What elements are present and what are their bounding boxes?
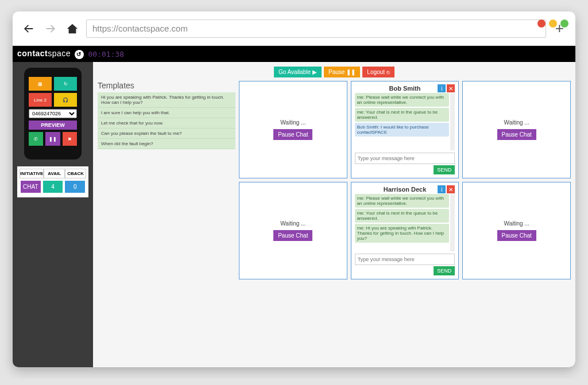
- chat-contact-name: Bob Smith: [389, 85, 420, 92]
- send-button[interactable]: SEND: [434, 165, 455, 174]
- pause-chat-button[interactable]: Pause Chat: [497, 230, 536, 241]
- logo-part-b: space: [48, 49, 71, 58]
- close-icon[interactable]: ✕: [447, 185, 455, 193]
- template-item[interactable]: Hi you are speaking with Patrick. Thanks…: [98, 92, 235, 108]
- brand-logo: contactspace ↺: [17, 49, 84, 59]
- pause-chat-button[interactable]: Pause Chat: [497, 129, 536, 140]
- stats-header-initiative: INITIATIVE: [20, 169, 44, 178]
- go-available-button[interactable]: Go Available ▶: [274, 67, 322, 77]
- stats-header-avail: AVAIL: [44, 169, 65, 178]
- chat-text-input[interactable]: [355, 254, 455, 265]
- template-item[interactable]: Can you please explain the fault to me?: [98, 129, 235, 139]
- browser-window: https://contactspace.com + contactspace …: [13, 11, 575, 367]
- pause-icon[interactable]: ❚❚: [45, 132, 60, 146]
- chat-slot-active: Harrison Decki✕me: Please wait while we …: [351, 182, 459, 279]
- softphone-widget: ▦ ↻ Line 2 🎧 0469247026 PREVIEW ✆ ❚❚ ✖: [24, 68, 82, 160]
- chat-grid: Waiting ...Pause ChatBob Smithi✕me: Plea…: [239, 81, 571, 279]
- waiting-label: Waiting ...: [280, 220, 305, 227]
- info-icon[interactable]: i: [438, 84, 446, 92]
- chat-slot-waiting: Waiting ...Pause Chat: [239, 182, 347, 279]
- chat-messages[interactable]: me: Please wait while we connect you wit…: [355, 194, 455, 251]
- refresh-icon[interactable]: ↻: [54, 77, 77, 91]
- message-outgoing: me: Please wait while we connect you wit…: [355, 93, 450, 107]
- waiting-label: Waiting ...: [504, 220, 529, 227]
- message-outgoing: me: Please wait while we connect you wit…: [355, 194, 450, 208]
- close-icon[interactable]: ✕: [447, 84, 455, 92]
- message-outgoing: me: Hi you are speaking with Patrick. Th…: [355, 224, 450, 243]
- call-icon[interactable]: ✆: [29, 132, 43, 146]
- sidebar: ▦ ↻ Line 2 🎧 0469247026 PREVIEW ✆ ❚❚ ✖: [13, 62, 93, 367]
- message-incoming: Bob Smith: I would like to purchase cont…: [355, 123, 450, 137]
- chat-slot-waiting: Waiting ...Pause Chat: [462, 182, 571, 279]
- template-item[interactable]: When did the fault begin?: [98, 139, 235, 149]
- chat-slot-waiting: Waiting ...Pause Chat: [462, 81, 571, 178]
- maximize-window-icon[interactable]: [560, 20, 568, 28]
- phone-number-select[interactable]: 0469247026: [29, 109, 77, 118]
- chat-messages[interactable]: me: Please wait while we connect you wit…: [355, 93, 455, 150]
- app-header: contactspace ↺ 00:01:38: [13, 46, 575, 62]
- stat-cback[interactable]: 0: [65, 181, 85, 193]
- info-icon[interactable]: i: [438, 185, 446, 193]
- waiting-label: Waiting ...: [280, 119, 305, 126]
- logout-button[interactable]: Logout ⎋: [362, 67, 394, 77]
- template-item[interactable]: Let me check that for you now.: [98, 118, 235, 129]
- stat-avail[interactable]: 4: [43, 181, 63, 193]
- minimize-window-icon[interactable]: [549, 20, 557, 28]
- templates-panel: Templates Hi you are speaking with Patri…: [98, 81, 235, 279]
- session-timer: 00:01:38: [88, 50, 125, 59]
- home-button[interactable]: [64, 21, 80, 37]
- waiting-label: Waiting ...: [504, 119, 529, 126]
- pause-button[interactable]: Pause ❚❚: [324, 67, 360, 77]
- close-window-icon[interactable]: [537, 20, 546, 28]
- stats-card: INITIATIVE AVAIL CBACK CHAT 4 0: [17, 166, 88, 197]
- dialpad-icon[interactable]: ▦: [29, 77, 52, 91]
- logo-part-a: contact: [17, 49, 48, 58]
- main-panel: Go Available ▶ Pause ❚❚ Logout ⎋ Templat…: [93, 62, 575, 367]
- message-outgoing: me: Your chat is next in the queue to be…: [355, 108, 450, 122]
- message-outgoing: me: Your chat is next in the queue to be…: [355, 209, 450, 223]
- templates-title: Templates: [98, 81, 235, 90]
- chat-slot-waiting: Waiting ...Pause Chat: [239, 81, 347, 178]
- hangup-icon[interactable]: ✖: [63, 132, 77, 146]
- chat-contact-name: Harrison Deck: [384, 186, 427, 193]
- forward-button[interactable]: [42, 21, 59, 37]
- preview-button[interactable]: PREVIEW: [29, 120, 77, 130]
- chat-slot-active: Bob Smithi✕me: Please wait while we conn…: [351, 81, 459, 178]
- logo-badge-icon: ↺: [75, 50, 84, 59]
- status-toolbar: Go Available ▶ Pause ❚❚ Logout ⎋: [98, 67, 571, 77]
- line-indicator[interactable]: Line 2: [29, 93, 52, 107]
- chat-text-input[interactable]: [355, 153, 455, 164]
- stat-initiative[interactable]: CHAT: [21, 181, 41, 193]
- send-button[interactable]: SEND: [434, 266, 455, 275]
- back-button[interactable]: [21, 21, 37, 37]
- pause-chat-button[interactable]: Pause Chat: [273, 129, 312, 140]
- url-bar[interactable]: https://contactspace.com: [86, 20, 546, 38]
- stats-header-cback: CBACK: [65, 169, 86, 178]
- window-traffic-lights: [537, 20, 568, 28]
- template-item[interactable]: I am sure I can help you with that.: [98, 108, 235, 118]
- pause-chat-button[interactable]: Pause Chat: [273, 230, 312, 241]
- browser-toolbar: https://contactspace.com +: [13, 11, 575, 46]
- headset-icon[interactable]: 🎧: [54, 93, 77, 107]
